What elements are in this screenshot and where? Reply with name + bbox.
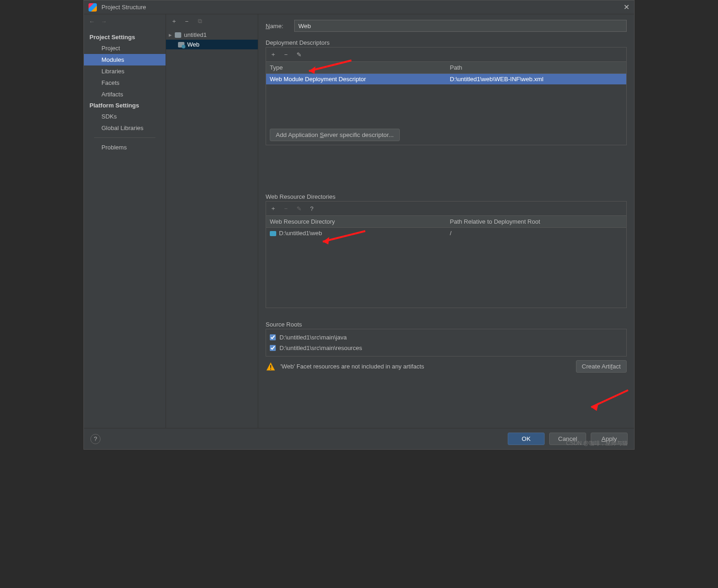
wr-row[interactable]: D:\untitled1\web / [266, 228, 626, 239]
source-root-1-check[interactable] [270, 345, 276, 351]
remove-icon[interactable]: − [184, 18, 190, 25]
sidebar-item-artifacts[interactable]: Artifacts [84, 89, 166, 100]
sidebar-item-facets[interactable]: Facets [84, 77, 166, 89]
add-icon[interactable]: ＋ [171, 17, 177, 25]
module-tree[interactable]: ▸ untitled1 Web [166, 28, 258, 428]
sidebar-item-project[interactable]: Project [84, 42, 166, 54]
heading-project-settings: Project Settings [84, 32, 166, 42]
dialog-footer: ? OK Cancel Apply [84, 428, 634, 449]
svg-rect-0 [270, 365, 271, 368]
dd-col-type[interactable]: Type [266, 62, 446, 74]
dd-add-icon[interactable]: ＋ [270, 50, 276, 59]
name-input[interactable] [294, 20, 627, 32]
webres-table[interactable]: Web Resource Directory Path Relative to … [266, 215, 626, 308]
window-title: Project Structure [101, 4, 623, 11]
sidebar-item-problems[interactable]: Problems [84, 142, 166, 153]
source-root-1[interactable]: D:\untitled1\src\main\resources [270, 343, 623, 353]
watermark: CSDN @咖啡，巫师与猫 [566, 440, 628, 447]
dd-row-path: D:\untitled1\web\WEB-INF\web.xml [446, 74, 627, 85]
folder-icon [270, 231, 276, 236]
source-roots-title: Source Roots [266, 321, 627, 328]
wr-help-icon[interactable]: ? [309, 205, 315, 212]
titlebar: Project Structure ✕ [84, 0, 634, 14]
sidebar-item-global-libraries[interactable]: Global Libraries [84, 122, 166, 134]
main-content: Name: Deployment Descriptors ＋ − ✎ Type … [258, 14, 634, 428]
source-root-0-check[interactable] [270, 334, 276, 340]
wr-row-dir: D:\untitled1\web [266, 228, 446, 239]
warning-icon [266, 362, 276, 372]
dd-row-type: Web Module Deployment Descriptor [266, 74, 446, 85]
wr-col-dir[interactable]: Web Resource Directory [266, 216, 446, 228]
source-root-0[interactable]: D:\untitled1\src\main\java [270, 332, 623, 343]
copy-icon: ⧉ [196, 18, 203, 25]
create-artifact-button[interactable]: Create Artifact [576, 360, 627, 373]
wr-col-path[interactable]: Path Relative to Deployment Root [446, 216, 627, 228]
close-icon[interactable]: ✕ [623, 3, 629, 12]
tree-toolbar: ＋ − ⧉ [166, 14, 258, 28]
web-facet-icon [178, 42, 184, 48]
tree-web-label: Web [187, 41, 200, 48]
wr-add-icon[interactable]: ＋ [270, 204, 276, 213]
module-tree-pane: ＋ − ⧉ ▸ untitled1 Web [166, 14, 258, 428]
wr-edit-icon: ✎ [296, 205, 302, 212]
wr-row-path: / [446, 228, 627, 239]
deployment-title: Deployment Descriptors [266, 39, 627, 46]
source-roots-panel: D:\untitled1\src\main\java D:\untitled1\… [266, 329, 627, 356]
deployment-table[interactable]: Type Path Web Module Deployment Descript… [266, 61, 626, 125]
deployment-panel: ＋ − ✎ Type Path Web Module Deployment De… [266, 47, 627, 145]
ok-button[interactable]: OK [508, 433, 545, 445]
add-server-descriptor-button[interactable]: Add Application Server specific descript… [270, 129, 400, 141]
folder-icon [175, 32, 181, 38]
sidebar-nav: ← → [84, 14, 166, 28]
dd-row[interactable]: Web Module Deployment Descriptor D:\unti… [266, 74, 626, 85]
dd-col-path[interactable]: Path [446, 62, 627, 74]
source-root-0-label: D:\untitled1\src\main\java [279, 334, 347, 341]
back-icon[interactable]: ← [89, 18, 95, 25]
tree-module-root[interactable]: ▸ untitled1 [166, 30, 258, 40]
webres-title: Web Resource Directories [266, 193, 627, 200]
help-icon[interactable]: ? [90, 434, 101, 444]
sidebar-item-sdks[interactable]: SDKs [84, 111, 166, 122]
settings-sidebar: ← → Project Settings Project Modules Lib… [84, 14, 166, 428]
warning-text: 'Web' Facet resources are not included i… [280, 363, 424, 370]
wr-remove-icon: − [283, 205, 289, 212]
forward-icon[interactable]: → [101, 18, 107, 25]
tree-facet-web[interactable]: Web [166, 40, 258, 49]
name-label: Name: [266, 23, 289, 30]
heading-platform-settings: Platform Settings [84, 100, 166, 111]
svg-rect-1 [270, 368, 271, 369]
sidebar-item-libraries[interactable]: Libraries [84, 65, 166, 77]
tree-root-label: untitled1 [184, 31, 207, 38]
dd-remove-icon[interactable]: − [283, 51, 289, 58]
source-root-1-label: D:\untitled1\src\main\resources [279, 344, 362, 351]
webres-panel: ＋ − ✎ ? Web Resource Directory Path Rela… [266, 201, 627, 308]
sidebar-item-modules[interactable]: Modules [84, 54, 166, 65]
app-logo-icon [89, 3, 97, 12]
dd-edit-icon[interactable]: ✎ [296, 51, 302, 58]
